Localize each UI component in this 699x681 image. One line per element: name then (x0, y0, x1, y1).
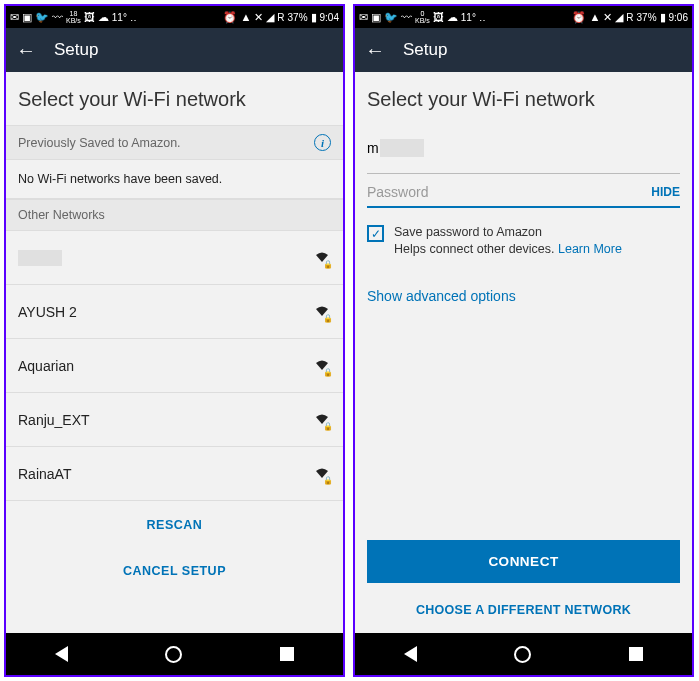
nosignal-icon: ✕ (603, 11, 612, 24)
other-networks-label: Other Networks (6, 199, 343, 231)
connect-button[interactable]: CONNECT (367, 540, 680, 583)
nav-back-icon[interactable] (404, 646, 417, 662)
status-bar: ✉ ▣ 🐦 〰 18KB/s 🖼 ☁ 11° ‥ ⏰ ▲ ✕ ◢ R 37% ▮… (6, 6, 343, 28)
phone-right: ✉ ▣ 🐦 〰 0KB/s 🖼 ☁ 11° ‥ ⏰ ▲ ✕ ◢ R 37% ▮ … (353, 4, 694, 677)
mustache-icon: 〰 (52, 11, 63, 23)
network-row[interactable]: RainaAT 🔒 (6, 447, 343, 501)
signal-icon: ◢ (266, 11, 274, 24)
save-title: Save password to Amazon (394, 224, 622, 241)
battery-icon: ▮ (311, 11, 317, 24)
roaming: R (626, 12, 633, 23)
page-heading: Select your Wi-Fi network (355, 72, 692, 125)
selected-ssid: m (355, 125, 692, 167)
signal-icon: ◢ (615, 11, 623, 24)
network-name: Ranju_EXT (18, 412, 90, 428)
wifi-lock-icon: 🔒 (313, 465, 331, 482)
hide-password-button[interactable]: HIDE (651, 185, 680, 199)
choose-different-network-button[interactable]: CHOOSE A DIFFERENT NETWORK (355, 591, 692, 627)
alarm-icon: ⏰ (572, 11, 586, 24)
nav-recent-icon[interactable] (280, 647, 294, 661)
redacted-ssid (380, 139, 424, 157)
password-input[interactable]: Password HIDE (367, 173, 680, 208)
network-row[interactable]: Ranju_EXT 🔒 (6, 393, 343, 447)
phone-left: ✉ ▣ 🐦 〰 18KB/s 🖼 ☁ 11° ‥ ⏰ ▲ ✕ ◢ R 37% ▮… (4, 4, 345, 677)
battery-icon: ▮ (660, 11, 666, 24)
nav-bar (6, 633, 343, 675)
app-bar: ← Setup (6, 28, 343, 72)
image-icon: 🖼 (433, 11, 444, 23)
save-subtitle: Helps connect other devices. (394, 242, 558, 256)
checkbox-checked-icon[interactable]: ✓ (367, 225, 384, 242)
network-row[interactable]: AYUSH 2 🔒 (6, 285, 343, 339)
redacted-ssid (18, 250, 62, 266)
advanced-options-link[interactable]: Show advanced options (355, 264, 692, 328)
wifi-lock-icon: 🔒 (313, 303, 331, 320)
roaming: R (277, 12, 284, 23)
rescan-button[interactable]: RESCAN (147, 518, 203, 532)
image-icon: 🖼 (84, 11, 95, 23)
nav-home-icon[interactable] (165, 646, 182, 663)
nav-bar (355, 633, 692, 675)
network-name: AYUSH 2 (18, 304, 77, 320)
password-placeholder: Password (367, 184, 428, 200)
network-row[interactable]: 🔒 (6, 231, 343, 285)
temp: 11° (112, 12, 127, 23)
back-icon[interactable]: ← (16, 39, 36, 62)
app-title: Setup (403, 40, 447, 60)
cloud-icon: ☁ (447, 11, 458, 24)
cancel-setup-button[interactable]: CANCEL SETUP (123, 564, 226, 578)
alarm-icon: ⏰ (223, 11, 237, 24)
gmail-icon: ✉ (10, 11, 19, 24)
nosignal-icon: ✕ (254, 11, 263, 24)
app-title: Setup (54, 40, 98, 60)
clock: 9:06 (669, 12, 688, 23)
app-bar: ← Setup (355, 28, 692, 72)
battery-pct: 37% (288, 12, 308, 23)
info-icon[interactable]: i (314, 134, 331, 151)
message-icon: ▣ (22, 11, 32, 24)
prev-saved-row: Previously Saved to Amazon. i (6, 125, 343, 160)
wifi-lock-icon: 🔒 (313, 249, 331, 266)
dots-icon: ‥ (479, 12, 486, 23)
save-password-row[interactable]: ✓ Save password to Amazon Helps connect … (355, 208, 692, 264)
cloud-icon: ☁ (98, 11, 109, 24)
gmail-icon: ✉ (359, 11, 368, 24)
network-row[interactable]: Aquarian 🔒 (6, 339, 343, 393)
clock: 9:04 (320, 12, 339, 23)
battery-pct: 37% (637, 12, 657, 23)
wifi-lock-icon: 🔒 (313, 411, 331, 428)
nav-recent-icon[interactable] (629, 647, 643, 661)
mustache-icon: 〰 (401, 11, 412, 23)
no-saved-text: No Wi-Fi networks have been saved. (6, 160, 343, 199)
network-name: RainaAT (18, 466, 71, 482)
status-bar: ✉ ▣ 🐦 〰 0KB/s 🖼 ☁ 11° ‥ ⏰ ▲ ✕ ◢ R 37% ▮ … (355, 6, 692, 28)
dots-icon: ‥ (130, 12, 137, 23)
wifi-icon: ▲ (589, 11, 600, 23)
learn-more-link[interactable]: Learn More (558, 242, 622, 256)
page-heading: Select your Wi-Fi network (6, 72, 343, 125)
message-icon: ▣ (371, 11, 381, 24)
back-icon[interactable]: ← (365, 39, 385, 62)
network-name: Aquarian (18, 358, 74, 374)
wifi-lock-icon: 🔒 (313, 357, 331, 374)
nav-back-icon[interactable] (55, 646, 68, 662)
twitter-icon: 🐦 (35, 11, 49, 24)
temp: 11° (461, 12, 476, 23)
nav-home-icon[interactable] (514, 646, 531, 663)
twitter-icon: 🐦 (384, 11, 398, 24)
wifi-icon: ▲ (240, 11, 251, 23)
